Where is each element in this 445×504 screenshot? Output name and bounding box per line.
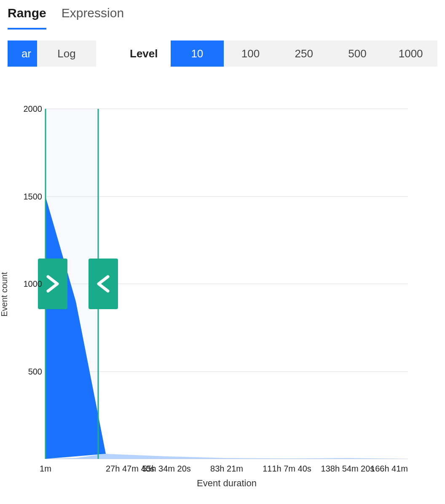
y-axis-label: Event count: [0, 272, 9, 317]
histogram-chart: Event count: [0, 92, 445, 497]
mode-tabs: Range Expression: [0, 0, 445, 30]
y-tick: 1000: [24, 279, 43, 288]
controls-row: ar Log Level 10 100 250 500 1000: [0, 30, 445, 67]
x-tick: 1m: [40, 464, 51, 473]
brush-handle-right[interactable]: [88, 259, 118, 309]
y-tick: 500: [28, 367, 42, 376]
chart-svg: 2000 1500 1000 500 1m 27h 47m 40s 55h 34…: [8, 92, 437, 497]
series-tail: [46, 454, 408, 459]
x-tick: 83h 21m: [210, 464, 243, 473]
x-tick: 138h 54m 20s: [321, 464, 375, 473]
x-axis-label: Event duration: [197, 478, 257, 488]
x-tick: 166h 41m: [370, 464, 408, 473]
level-100[interactable]: 100: [224, 40, 277, 67]
svg-rect-5: [38, 259, 67, 309]
scale-linear[interactable]: ar: [8, 40, 37, 67]
level-500[interactable]: 500: [331, 40, 384, 67]
scale-segmented: ar Log: [8, 40, 96, 67]
svg-rect-6: [88, 259, 118, 309]
x-tick: 111h 7m 40s: [263, 464, 311, 473]
level-250[interactable]: 250: [277, 40, 331, 67]
tab-range[interactable]: Range: [8, 3, 46, 30]
scale-log[interactable]: Log: [37, 40, 96, 67]
x-tick: 55h 34m 20s: [142, 464, 191, 473]
level-label: Level: [130, 47, 158, 60]
tab-expression[interactable]: Expression: [62, 3, 124, 30]
y-tick: 2000: [24, 104, 43, 113]
level-10[interactable]: 10: [171, 40, 224, 67]
level-segmented: 10 100 250 500 1000: [171, 40, 438, 67]
level-1000[interactable]: 1000: [384, 40, 437, 67]
brush-handle-left[interactable]: [38, 259, 67, 309]
y-tick: 1500: [24, 192, 43, 201]
plot-area[interactable]: [38, 109, 408, 459]
